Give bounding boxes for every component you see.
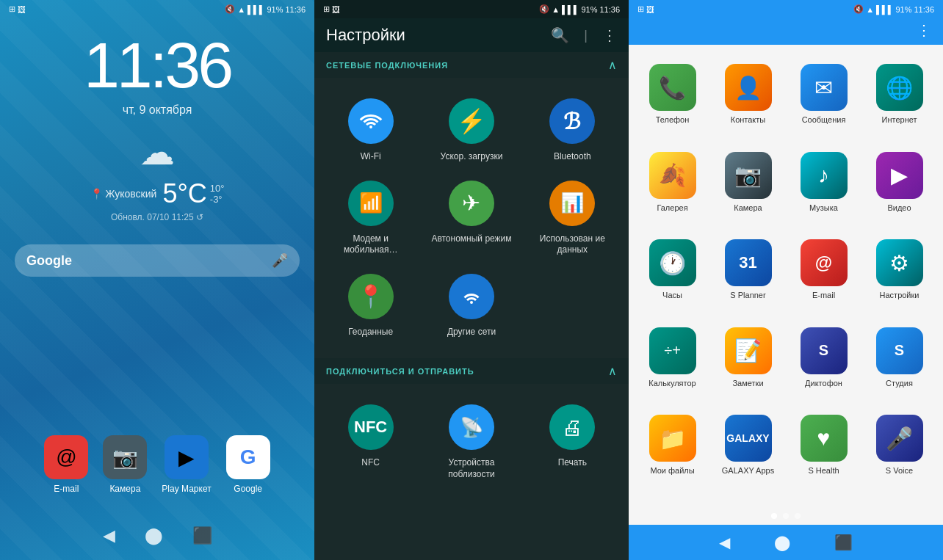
apps-home-button[interactable]: ⬤ [774, 534, 790, 551]
apps-back-button[interactable]: ◀ [719, 534, 730, 551]
apps-more-icon[interactable]: ⋮ [917, 21, 931, 39]
voice-recorder-app-label: Диктофон [805, 379, 842, 388]
app-splanner[interactable]: 31 S Planner [710, 232, 786, 320]
galaxy-apps-icon: GALAXY [725, 415, 772, 462]
dock-app-email[interactable]: @ E-mail [44, 435, 88, 494]
s-voice-app-label: S Voice [886, 466, 913, 476]
app-my-files[interactable]: 📁 Мои файлы [635, 407, 710, 495]
data-icon: 📊 [549, 181, 595, 226]
search-icon[interactable]: 🔍 [551, 26, 569, 44]
app-video[interactable]: ▶ Видео [861, 145, 937, 233]
section-connect-title: ПОДКЛЮЧИТЬСЯ И ОТПРАВИТЬ [326, 367, 474, 376]
apps-nav-bar: ◀ ⬤ ⬛ [629, 525, 943, 560]
app-calculator[interactable]: ÷+ Калькулятор [635, 320, 710, 408]
app-camera[interactable]: 📷 Камера [710, 145, 786, 233]
image-icon: 🖼 [18, 5, 26, 14]
settings-status-bar: ⊞ 🖼 🔇 ▲ ▌▌▌ 91% 11:36 [314, 0, 629, 18]
settings-print[interactable]: 🖨 Печать [522, 396, 623, 489]
lock-status-right: 🔇 ▲ ▌▌▌ 91% 11:36 [225, 4, 306, 14]
messages-app-icon: ✉ [801, 64, 848, 111]
dock-app-camera[interactable]: 📷 Камера [103, 435, 147, 494]
settings-download-booster[interactable]: ⚡ Ускор. загрузки [421, 90, 521, 172]
apps-recent-button[interactable]: ⬛ [834, 534, 853, 551]
dock-play-label: Play Маркет [162, 484, 211, 494]
settings-time-status: 11:36 [599, 5, 620, 14]
settings-status-right: 🔇 ▲ ▌▌▌ 91% 11:36 [539, 4, 620, 14]
my-files-app-icon: 📁 [649, 415, 696, 462]
gallery-app-icon: 🍂 [649, 152, 696, 199]
contacts-app-icon: 👤 [725, 64, 772, 111]
app-notes[interactable]: 📝 Заметки [710, 320, 786, 408]
app-s-health[interactable]: ♥ S Health [786, 407, 861, 495]
dock-app-google[interactable]: G Google [226, 435, 270, 494]
signal-icon2: ▌▌▌ [562, 5, 579, 14]
section2-collapse-icon[interactable]: ∧ [608, 364, 617, 378]
nearby-label: Устройства поблизости [427, 457, 516, 480]
music-app-label: Музыка [809, 203, 838, 213]
lock-location: 📍 Жуковский [90, 188, 157, 200]
divider: | [584, 28, 588, 43]
battery-text2: 91% [581, 5, 597, 14]
settings-location[interactable]: 📍 Геоданные [320, 265, 421, 347]
dot-1[interactable] [771, 513, 777, 519]
recent-button[interactable]: ⬛ [192, 526, 212, 545]
screen-icon: ⊞ [9, 4, 15, 14]
settings-bluetooth[interactable]: ℬ Bluetooth [522, 90, 623, 172]
section-network: СЕТЕВЫЕ ПОДКЛЮЧЕНИЯ ∧ [314, 52, 629, 78]
airplane-icon: ✈ [449, 181, 494, 226]
settings-hotspot[interactable]: 📶 Модем и мобильная… [320, 172, 421, 265]
app-galaxy-apps[interactable]: GALAXY GALAXY Apps [710, 407, 786, 495]
settings-status-left: ⊞ 🖼 [323, 4, 340, 14]
camera-app-label: Камера [734, 203, 762, 213]
camera-app-icon: 📷 [725, 152, 772, 199]
app-messages[interactable]: ✉ Сообщения [786, 57, 861, 145]
home-button[interactable]: ⬤ [145, 526, 163, 545]
image-icon3: 🖼 [646, 5, 654, 14]
app-phone[interactable]: 📞 Телефон [635, 57, 710, 145]
lock-time-status: 11:36 [285, 5, 306, 14]
app-s-voice[interactable]: 🎤 S Voice [861, 407, 937, 495]
settings-more-networks[interactable]: Другие сети [421, 265, 521, 347]
battery-text3: 91% [895, 5, 911, 14]
s-health-app-label: S Health [808, 466, 839, 476]
settings-airplane[interactable]: ✈ Автономный режим [421, 172, 521, 265]
app-music[interactable]: ♪ Музыка [786, 145, 861, 233]
section-collapse-icon[interactable]: ∧ [608, 58, 617, 72]
app-clock[interactable]: 🕐 Часы [635, 232, 710, 320]
settings-nearby[interactable]: 📡 Устройства поблизости [421, 396, 521, 489]
back-button[interactable]: ◀ [103, 526, 115, 545]
connect-grid: NFC NFC 📡 Устройства поблизости 🖨 Печать [314, 384, 629, 501]
wifi-icon3: ▲ [866, 5, 874, 14]
settings-nfc[interactable]: NFC NFC [320, 396, 421, 489]
mic-icon: 🎤 [272, 252, 288, 269]
battery-text: 91% [267, 5, 283, 14]
more-icon[interactable]: ⋮ [602, 26, 617, 44]
dot-2[interactable] [783, 513, 789, 519]
lock-date: чт, 9 октября [0, 103, 314, 117]
dock-app-play[interactable]: ▶ Play Маркет [162, 435, 211, 494]
app-settings[interactable]: ⚙ Настройки [861, 232, 937, 320]
settings-app-icon: ⚙ [876, 239, 923, 286]
app-email[interactable]: @ E-mail [786, 232, 861, 320]
apps-header: ⋮ [629, 18, 943, 45]
email-app-label: E-mail [812, 291, 835, 300]
google-logo: Google [26, 253, 72, 269]
app-gallery[interactable]: 🍂 Галерея [635, 145, 710, 233]
location-label: Геоданные [348, 327, 393, 338]
app-studio[interactable]: S Студия [861, 320, 937, 408]
lock-screen: ⊞ 🖼 🔇 ▲ ▌▌▌ 91% 11:36 11:36 чт, 9 октябр… [0, 0, 314, 560]
lock-status-bar: ⊞ 🖼 🔇 ▲ ▌▌▌ 91% 11:36 [0, 0, 314, 18]
lock-time: 11:36 [0, 33, 314, 98]
app-drawer: ⊞ 🖼 🔇 ▲ ▌▌▌ 91% 11:36 ⋮ 📞 Телефон 👤 Конт… [629, 0, 943, 560]
wifi-setting-icon [348, 98, 394, 144]
app-voice-recorder[interactable]: S Диктофон [786, 320, 861, 408]
nfc-label: NFC [361, 457, 380, 469]
settings-data-usage[interactable]: 📊 Использован ие данных [522, 172, 623, 265]
dot-3[interactable] [795, 513, 801, 519]
lock-search-bar[interactable]: Google 🎤 [15, 244, 300, 277]
signal-icon: ▌▌▌ [248, 5, 264, 14]
email-app-icon: @ [801, 239, 848, 286]
app-internet[interactable]: 🌐 Интернет [861, 57, 937, 145]
app-contacts[interactable]: 👤 Контакты [710, 57, 786, 145]
settings-wifi[interactable]: Wi-Fi [320, 90, 421, 172]
